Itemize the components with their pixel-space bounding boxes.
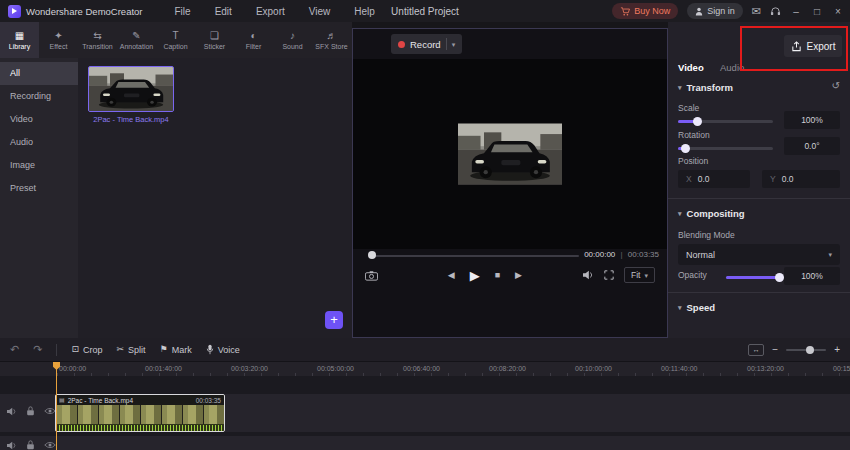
previous-frame-button[interactable]: ◀ bbox=[448, 271, 455, 280]
play-button[interactable]: ▶ bbox=[470, 269, 480, 282]
fullscreen-icon[interactable] bbox=[604, 270, 614, 280]
menu-help[interactable]: Help bbox=[354, 6, 375, 17]
track-mute-icon[interactable] bbox=[6, 441, 17, 450]
menu-export[interactable]: Export bbox=[256, 6, 285, 17]
tab-caption[interactable]: T Caption bbox=[156, 22, 195, 58]
tab-sound[interactable]: ♪ Sound bbox=[273, 22, 312, 58]
track-mute-icon[interactable] bbox=[6, 407, 17, 416]
titlebar: Wondershare DemoCreator File Edit Export… bbox=[0, 0, 850, 22]
minimize-button[interactable]: – bbox=[790, 6, 802, 17]
close-button[interactable]: × bbox=[832, 6, 844, 17]
clip-thumbnails bbox=[56, 405, 224, 424]
record-button[interactable]: Record ▾ bbox=[391, 34, 462, 54]
annotation-icon: ✎ bbox=[132, 31, 140, 41]
headset-icon[interactable] bbox=[770, 6, 781, 16]
film-icon: ▤ bbox=[59, 397, 65, 403]
track-lock-icon[interactable] bbox=[26, 440, 35, 450]
sign-in-button[interactable]: Sign in bbox=[687, 3, 743, 19]
tab-effect[interactable]: ✦ Effect bbox=[39, 22, 78, 58]
tab-video-properties[interactable]: Video bbox=[678, 62, 704, 73]
menu-file[interactable]: File bbox=[175, 6, 191, 17]
transition-icon: ⇆ bbox=[93, 31, 101, 41]
opacity-value-field[interactable]: 100% bbox=[784, 267, 840, 285]
tab-library[interactable]: ▦ Library bbox=[0, 22, 39, 58]
zoom-slider-handle[interactable] bbox=[806, 346, 814, 354]
undo-button[interactable]: ↶ bbox=[10, 344, 19, 355]
sidebar-item-image[interactable]: Image bbox=[0, 154, 78, 177]
section-speed[interactable]: ▾ Speed bbox=[678, 302, 715, 313]
timecode: 00:00:00 | 00:03:35 bbox=[584, 250, 659, 259]
opacity-slider[interactable] bbox=[726, 273, 788, 282]
ruler-timestamp: 00:13:20:00 bbox=[747, 365, 784, 372]
mark-button[interactable]: ⚑ Mark bbox=[160, 345, 192, 355]
ruler-timestamp: 00:10:00:00 bbox=[575, 365, 612, 372]
maximize-button[interactable]: □ bbox=[811, 6, 823, 17]
timeline-clip[interactable]: ▤ 2Pac - Time Back.mp4 00:03:35 bbox=[55, 394, 225, 432]
playhead[interactable] bbox=[56, 362, 57, 450]
export-icon bbox=[791, 41, 802, 52]
crop-button[interactable]: ⊡ Crop bbox=[71, 345, 102, 355]
add-to-timeline-button[interactable]: + bbox=[325, 311, 343, 329]
blending-mode-dropdown[interactable]: Normal ▾ bbox=[678, 244, 840, 265]
track-lock-icon[interactable] bbox=[26, 406, 35, 416]
timeline-ruler[interactable]: 00:00:00 00:01:40:00 00:03:20:00 00:05:0… bbox=[0, 362, 850, 376]
seek-bar[interactable] bbox=[369, 255, 579, 257]
zoom-in-button[interactable]: + bbox=[834, 345, 840, 355]
voice-button[interactable]: Voice bbox=[206, 344, 240, 355]
position-x-field[interactable]: X 0.0 bbox=[678, 170, 750, 188]
redo-button[interactable]: ↷ bbox=[33, 344, 42, 355]
export-button[interactable]: Export bbox=[784, 35, 842, 57]
preview-video[interactable] bbox=[353, 59, 667, 249]
seek-handle[interactable] bbox=[368, 251, 376, 259]
scale-value-field[interactable]: 100% bbox=[784, 111, 840, 129]
track-controls bbox=[6, 440, 56, 450]
menu-view[interactable]: View bbox=[309, 6, 331, 17]
chevron-down-icon[interactable]: ▾ bbox=[452, 41, 456, 48]
chevron-down-icon: ▾ bbox=[678, 304, 682, 311]
section-transform[interactable]: ▾ Transform bbox=[678, 82, 733, 93]
effect-icon: ✦ bbox=[54, 31, 62, 41]
fit-timeline-button[interactable]: ↔ bbox=[748, 344, 764, 356]
fit-dropdown[interactable]: Fit ▾ bbox=[624, 267, 655, 283]
tab-transition[interactable]: ⇆ Transition bbox=[78, 22, 117, 58]
sfx-store-icon: ♬ bbox=[327, 31, 337, 41]
zoom-out-button[interactable]: − bbox=[772, 345, 778, 355]
timeline-toolbar: ↶ ↷ ⊡ Crop ✂ Split ⚑ Mark Voice ↔ − + bbox=[0, 338, 850, 362]
sidebar-item-recording[interactable]: Recording bbox=[0, 85, 78, 108]
sidebar-item-preset[interactable]: Preset bbox=[0, 177, 78, 200]
user-icon bbox=[695, 7, 703, 16]
menu-edit[interactable]: Edit bbox=[215, 6, 232, 17]
media-thumbnail[interactable]: 2Pac - Time Back.mp4 bbox=[88, 66, 174, 124]
volume-icon[interactable] bbox=[582, 270, 594, 280]
library-panel: All Recording Video Audio Image Preset bbox=[0, 58, 352, 338]
rotation-value-field[interactable]: 0.0° bbox=[784, 137, 840, 155]
position-y-field[interactable]: Y 0.0 bbox=[762, 170, 840, 188]
sidebar-item-audio[interactable]: Audio bbox=[0, 131, 78, 154]
tab-audio-properties[interactable]: Audio bbox=[720, 62, 744, 73]
stop-button[interactable]: ■ bbox=[495, 271, 500, 280]
cart-icon bbox=[620, 7, 630, 16]
next-frame-button[interactable]: ▶ bbox=[515, 271, 522, 280]
tab-annotation[interactable]: ✎ Annotation bbox=[117, 22, 156, 58]
section-compositing[interactable]: ▾ Compositing bbox=[678, 208, 745, 219]
split-button[interactable]: ✂ Split bbox=[117, 345, 146, 355]
track-visibility-eye-icon[interactable] bbox=[44, 441, 56, 449]
tab-sticker[interactable]: ❏ Sticker bbox=[195, 22, 234, 58]
snapshot-camera-icon[interactable] bbox=[365, 270, 378, 281]
sidebar-item-video[interactable]: Video bbox=[0, 108, 78, 131]
record-dot-icon bbox=[398, 41, 405, 48]
reset-transform-icon[interactable]: ↺ bbox=[832, 81, 840, 91]
timeline-zoom-slider[interactable] bbox=[786, 349, 826, 351]
chevron-down-icon: ▾ bbox=[644, 272, 648, 279]
media-toolbar: ▦ Library ✦ Effect ⇆ Transition ✎ Annota… bbox=[0, 22, 352, 58]
audio-track[interactable] bbox=[0, 436, 850, 450]
buy-now-button[interactable]: Buy Now bbox=[612, 3, 678, 19]
mail-icon[interactable]: ✉ bbox=[752, 6, 761, 17]
library-content: 2Pac - Time Back.mp4 bbox=[78, 58, 352, 338]
sidebar-item-all[interactable]: All bbox=[0, 62, 78, 85]
tab-filter[interactable]: ◐ Filter bbox=[234, 22, 273, 58]
rotation-slider[interactable] bbox=[678, 144, 773, 153]
scale-slider[interactable] bbox=[678, 117, 773, 126]
car-image bbox=[458, 123, 562, 185]
tab-sfx-store[interactable]: ♬ SFX Store bbox=[312, 22, 351, 58]
